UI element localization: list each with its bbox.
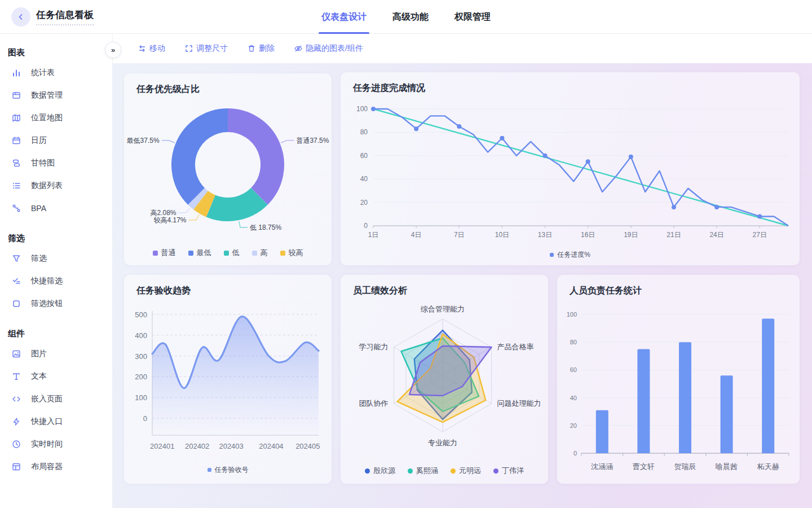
sidebar-item-embed-page[interactable]: 嵌入页面 (0, 388, 112, 410)
trash-icon (247, 44, 256, 53)
legend-item[interactable]: 丁伟洋 (493, 466, 524, 476)
legend-item[interactable]: 殷欣源 (365, 466, 395, 476)
svg-text:20: 20 (570, 422, 577, 429)
svg-text:柘天赫: 柘天赫 (757, 462, 779, 471)
sidebar-item-label: 筛选 (31, 253, 47, 264)
sidebar-item-data-management[interactable]: 数据管理 (0, 84, 112, 107)
task-count-bar-chart: 020406080100沈涵涵曹文轩贺瑞辰喻晨茜柘天赫 (557, 275, 800, 484)
sidebar-item-image[interactable]: 图片 (0, 343, 112, 365)
svg-text:0: 0 (573, 450, 577, 457)
back-button[interactable] (11, 7, 30, 27)
svg-text:24日: 24日 (709, 231, 723, 239)
hidden-widgets-button[interactable]: 隐藏的图表/组件 (294, 43, 363, 54)
legend-item[interactable]: 奚熙涵 (408, 466, 438, 476)
legend-item[interactable]: 最低 (188, 248, 211, 258)
widget-task-count-bar[interactable]: 人员负责任务统计 020406080100沈涵涵曹文轩贺瑞辰喻晨茜柘天赫 (557, 275, 800, 484)
svg-text:202403: 202403 (219, 442, 243, 450)
widget-performance-radar[interactable]: 员工绩效分析 综合管理能力产品合格率问题处理能力专业能力团队协作学习能力 殷欣源… (341, 275, 548, 484)
sidebar-item-text[interactable]: 文本 (0, 365, 112, 388)
sidebar-item-gantt[interactable]: 甘特图 (0, 152, 112, 174)
sidebar-item-label: BPA (31, 204, 46, 213)
sidebar-item-calendar[interactable]: 日历 (0, 129, 112, 152)
legend-label: 任务进度% (557, 250, 590, 260)
legend-label: 高 (261, 248, 268, 258)
tab-dashboard-design[interactable]: 仪表盘设计 (321, 0, 367, 34)
section-title-filters: 筛选 (8, 233, 112, 244)
svg-text:0: 0 (143, 414, 147, 423)
tab-permission-management[interactable]: 权限管理 (454, 0, 491, 34)
sidebar-item-quick-filter[interactable]: 快捷筛选 (0, 270, 112, 292)
sidebar-item-stat-table[interactable]: 统计表 (0, 62, 112, 84)
legend-item[interactable]: 低 (224, 248, 240, 258)
svg-text:80: 80 (360, 128, 368, 136)
section-title-components: 组件 (8, 329, 112, 339)
sidebar-item-realtime-clock[interactable]: 实时时间 (0, 433, 112, 456)
move-button[interactable]: 移动 (138, 43, 165, 54)
sidebar-item-label: 布局容器 (31, 462, 63, 472)
sidebar-item-filter-button[interactable]: 筛选按钮 (0, 292, 112, 315)
legend-marker (208, 468, 211, 472)
nav-tabs: 仪表盘设计 高级功能 权限管理 (321, 0, 491, 34)
delete-button[interactable]: 删除 (247, 43, 275, 54)
collapse-chevrons-icon: » (111, 46, 115, 54)
legend-label: 最低 (197, 248, 211, 258)
sidebar-item-quick-entry[interactable]: 快捷入口 (0, 410, 112, 433)
sidebar-item-data-list[interactable]: 数据列表 (0, 174, 112, 197)
svg-text:专业能力: 专业能力 (428, 439, 457, 447)
svg-text:40: 40 (570, 395, 577, 401)
move-icon (138, 44, 147, 53)
svg-text:贺瑞辰: 贺瑞辰 (674, 462, 696, 471)
legend-marker (153, 251, 158, 256)
widget-progress-line[interactable]: 任务进度完成情况 0204060801001日4日7日10日13日16日19日2… (341, 72, 800, 265)
legend-label: 奚熙涵 (416, 466, 438, 476)
svg-text:16日: 16日 (581, 231, 595, 239)
gantt-icon (12, 159, 21, 168)
legend-item[interactable]: 任务进度% (550, 250, 590, 260)
svg-text:27日: 27日 (753, 231, 767, 239)
widget-priority-pie[interactable]: 任务优先级占比 普通37.5%低 18.75%较高4.17%高2.08%最低37… (124, 73, 332, 265)
priority-donut-chart: 普通37.5%低 18.75%较高4.17%高2.08%最低37.5% (124, 73, 332, 265)
legend-label: 低 (232, 248, 240, 258)
legend-item[interactable]: 元明远 (451, 466, 481, 476)
tab-advanced-features[interactable]: 高级功能 (392, 0, 429, 34)
legend-marker (365, 468, 370, 474)
sidebar-collapse-button[interactable]: » (105, 42, 121, 58)
acceptance-area-chart: 0100200300400500202401202402202403202404… (124, 275, 332, 484)
sidebar-item-label: 快捷筛选 (31, 276, 63, 286)
sidebar-item-label: 数据列表 (31, 181, 63, 191)
edit-toolbar: 移动 调整尺寸 删除 隐藏的图表/组件 (113, 34, 812, 63)
sidebar-item-bpa[interactable]: BPA (0, 197, 112, 220)
svg-text:10日: 10日 (495, 231, 509, 239)
sidebar-item-layout-container[interactable]: 布局容器 (0, 456, 112, 478)
widget-acceptance-area[interactable]: 任务验收趋势 010020030040050020240120240220240… (124, 275, 332, 484)
component-sidebar: 图表 统计表 数据管理 位置地图 日历 甘特图 数据列表 BPA 筛选 筛选 快… (0, 34, 113, 508)
sidebar-item-filter[interactable]: 筛选 (0, 247, 112, 270)
sidebar-item-label: 快捷入口 (31, 417, 63, 427)
svg-text:202404: 202404 (259, 442, 283, 450)
sidebar-item-label: 统计表 (31, 68, 55, 78)
svg-text:40: 40 (360, 175, 368, 183)
legend-item[interactable]: 高 (252, 248, 268, 258)
sidebar-item-label: 嵌入页面 (31, 394, 63, 404)
svg-text:202405: 202405 (295, 442, 320, 450)
section-title-charts: 图表 (8, 47, 112, 58)
svg-text:400: 400 (135, 331, 147, 340)
resize-button[interactable]: 调整尺寸 (184, 43, 228, 54)
svg-text:100: 100 (135, 393, 147, 402)
svg-text:60: 60 (360, 152, 368, 160)
sidebar-item-label: 甘特图 (31, 158, 55, 168)
legend-label: 任务验收号 (215, 465, 249, 475)
svg-text:80: 80 (570, 339, 577, 345)
chevron-left-icon (16, 12, 25, 21)
svg-text:20: 20 (360, 199, 368, 207)
area-legend: 任务验收号 (124, 465, 332, 475)
legend-item[interactable]: 普通 (153, 248, 176, 258)
legend-item[interactable]: 任务验收号 (208, 465, 249, 475)
legend-item[interactable]: 较高 (280, 248, 303, 258)
sidebar-item-location-map[interactable]: 位置地图 (0, 107, 112, 129)
svg-text:100: 100 (356, 105, 368, 113)
button-icon (12, 299, 21, 308)
svg-text:7日: 7日 (454, 231, 465, 239)
tool-label: 隐藏的图表/组件 (306, 43, 363, 54)
svg-text:4日: 4日 (411, 231, 422, 239)
